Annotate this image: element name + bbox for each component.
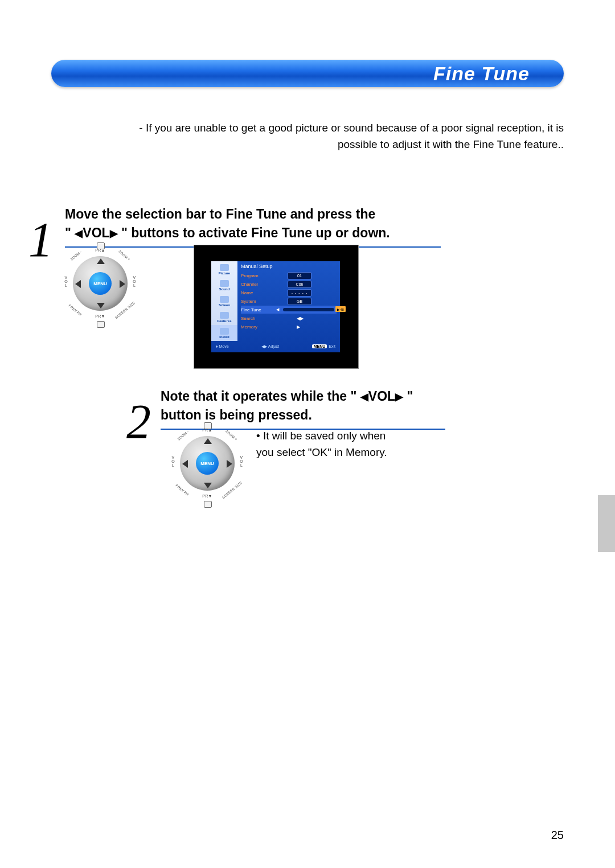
banner-title: Fine Tune xyxy=(433,63,530,85)
prev-pr-label: PREV.PR xyxy=(175,484,189,497)
right-triangle-icon: ▶ xyxy=(395,389,403,404)
osd-row-program: Program 01 xyxy=(241,271,337,279)
arrow-up-icon xyxy=(204,438,212,444)
page-number: 25 xyxy=(551,829,564,842)
osd-row-finetune: Fine Tune ◀ ▶48 xyxy=(241,306,337,314)
osd-sidebar-install: Install xyxy=(211,325,237,341)
arrow-down-icon xyxy=(204,483,212,488)
finetune-value-tag: ▶48 xyxy=(335,306,346,312)
remote-center-button: MENU xyxy=(89,272,112,295)
arrow-right-icon xyxy=(120,280,125,288)
osd-title: Manual Setup xyxy=(241,264,273,269)
step-2-bullet: • It will be saved only when you select … xyxy=(256,428,404,460)
vol-label: VOL xyxy=(368,389,395,404)
zoom-plus-label: ZOOM + xyxy=(225,430,238,442)
step1-prefix: " xyxy=(65,225,75,240)
step-1-number: 1 xyxy=(28,215,53,264)
right-triangle-icon: ▶ xyxy=(110,226,118,241)
osd-footer-exit: MENUExit xyxy=(312,344,335,349)
vol-right-label: V O L xyxy=(238,455,245,467)
step2-suffix: " xyxy=(403,389,413,404)
osd-sidebar-picture: Picture xyxy=(211,261,237,277)
left-triangle-icon: ◀ xyxy=(360,389,368,404)
zoom-minus-label: ZOOM - xyxy=(70,250,83,261)
remote-center-button: MENU xyxy=(196,452,219,475)
step1-suffix: " buttons to activate Fine Tune up or do… xyxy=(118,225,390,240)
manual-page: Fine Tune - If you are unable to get a g… xyxy=(0,0,615,868)
osd-footer-move: ♦ Move xyxy=(216,344,229,349)
page-edge-tab xyxy=(598,495,615,552)
step2-prefix: Note that it operates while the " xyxy=(161,389,360,404)
step-2: 2 Note that it operates while the " ◀VOL… xyxy=(126,387,479,430)
pr-down-label: PR▼ xyxy=(90,314,110,318)
step-1-heading-line2: " ◀VOL▶ " buttons to activate Fine Tune … xyxy=(65,224,450,242)
left-triangle-icon: ◀ xyxy=(75,226,83,241)
step-1-heading-line1: Move the selection bar to Fine Tune and … xyxy=(65,205,450,224)
osd-screenshot: Picture Sound Screen Features Install Ma… xyxy=(194,245,359,369)
arrow-left-icon xyxy=(75,280,81,288)
osd-row-search: Search ◀▶ xyxy=(241,314,337,322)
pr-up-label: PR▲ xyxy=(90,248,110,252)
arrow-down-icon xyxy=(97,303,105,308)
zoom-minus-label: ZOOM - xyxy=(177,430,190,441)
osd-footer: ♦ Move ◀▶ Adjust MENUExit xyxy=(216,344,335,349)
step-2-heading-line1: Note that it operates while the " ◀VOL▶ … xyxy=(161,387,479,406)
vol-left-label: V O L xyxy=(63,275,69,287)
remote-graphic-2: PR▲ ZOOM - ZOOM + MENU V O L V O L PREV.… xyxy=(162,425,253,519)
osd-row-system: System GB xyxy=(241,297,337,305)
arrow-right-icon xyxy=(227,460,232,468)
pr-up-label: PR▲ xyxy=(197,428,218,432)
vol-left-label: V O L xyxy=(170,455,177,467)
arrow-left-icon xyxy=(182,460,188,468)
arrow-up-icon xyxy=(97,258,105,264)
remote-bottom-icon xyxy=(97,321,105,328)
osd-sidebar-screen: Screen xyxy=(211,293,237,309)
osd-sidebar-features: Features xyxy=(211,309,237,325)
prev-pr-label: PREV.PR xyxy=(68,304,82,317)
remote-bottom-icon xyxy=(204,501,212,508)
step-1: 1 Move the selection bar to Fine Tune an… xyxy=(28,205,450,248)
finetune-left-caret-icon: ◀ xyxy=(276,307,279,312)
osd-sidebar-sound: Sound xyxy=(211,277,237,293)
vol-right-label: V O L xyxy=(131,275,138,287)
step-2-number: 2 xyxy=(126,397,151,446)
osd-row-name: Name - - - - - xyxy=(241,289,337,297)
zoom-plus-label: ZOOM + xyxy=(118,250,131,262)
vol-label: VOL xyxy=(83,225,109,240)
remote-graphic-1: PR▲ ZOOM - ZOOM + MENU V O L V O L PREV.… xyxy=(55,245,146,339)
pr-down-label: PR▼ xyxy=(197,494,218,498)
osd-row-channel: Channel C06 xyxy=(241,280,337,288)
section-banner: Fine Tune xyxy=(51,60,564,87)
osd-panel: Picture Sound Screen Features Install Ma… xyxy=(211,261,340,352)
osd-row-memory: Memory ▶ xyxy=(241,323,337,331)
finetune-bar: ▶48 xyxy=(283,308,334,311)
intro-text: - If you are unable to get a good pictur… xyxy=(114,120,564,153)
osd-footer-adjust: ◀▶ Adjust xyxy=(261,344,279,349)
osd-sidebar: Picture Sound Screen Features Install xyxy=(211,261,237,341)
